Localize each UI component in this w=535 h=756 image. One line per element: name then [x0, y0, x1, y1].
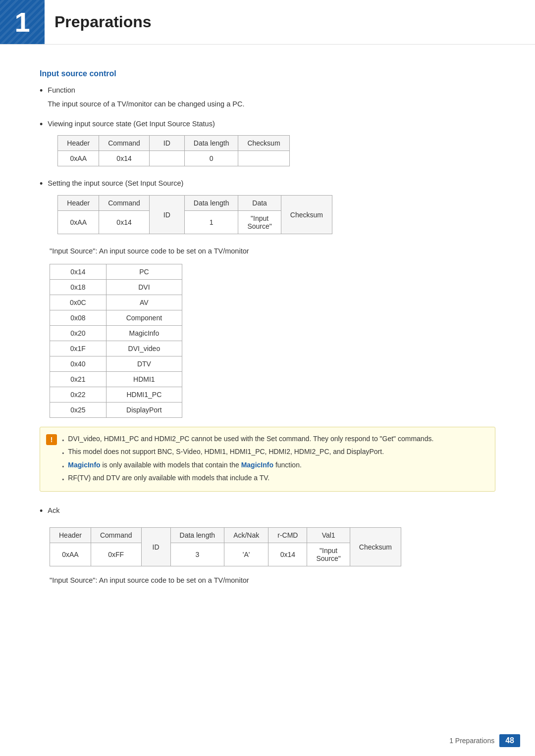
ack-cell-datalen: 3: [170, 543, 224, 566]
source-label: "Input Source": An input source code to …: [50, 246, 495, 257]
notice-text-1: DVI_video, HDMI1_PC and HDMI2_PC cannot …: [68, 433, 433, 445]
source-name-3: AV: [106, 295, 182, 310]
notice-text-4: RF(TV) and DTV are only available with m…: [68, 472, 269, 484]
notice-bullet-1: ▪: [62, 435, 64, 445]
source-code-1: 0x14: [50, 264, 107, 279]
cell-command2: 0x14: [99, 211, 150, 234]
get-table-wrap: Header Command ID Data length Checksum 0…: [57, 135, 289, 166]
bullet-icon-3: •: [40, 179, 43, 189]
chapter-number: 1: [0, 0, 45, 44]
ack-cell-val1: "InputSource": [307, 543, 350, 566]
source-row-2: 0x18 DVI: [50, 279, 182, 295]
bullet-ack: •: [40, 506, 43, 516]
bullet-icon: •: [40, 86, 43, 96]
col-id: ID: [149, 136, 184, 151]
ack-section: • Ack Header Command ID Data length Ack/…: [40, 505, 495, 586]
source-code-6: 0x1F: [50, 341, 107, 356]
source-row-3: 0x0C AV: [50, 295, 182, 310]
source-code-7: 0x40: [50, 356, 107, 371]
cell-header: 0xAA: [58, 151, 99, 166]
source-row-6: 0x1F DVI_video: [50, 341, 182, 356]
source-code-2: 0x18: [50, 279, 107, 295]
cell-datalen2: 1: [184, 211, 238, 234]
source-row-7: 0x40 DTV: [50, 356, 182, 371]
notice-text-2: This model does not support BNC, S-Video…: [68, 446, 384, 458]
source-code-8: 0x21: [50, 371, 107, 387]
col-checksum: Checksum: [238, 136, 289, 151]
col-id2: ID: [149, 196, 184, 234]
footer-page-number: 48: [499, 734, 520, 747]
cell-header2: 0xAA: [58, 211, 99, 234]
ack-table-wrap: Header Command ID Data length Ack/Nak r-…: [50, 527, 495, 566]
source-value-table: 0x14 PC 0x18 DVI 0x0C AV 0x08 Component …: [50, 264, 182, 418]
warning-icon: !: [46, 434, 57, 445]
notice-content: ▪ DVI_video, HDMI1_PC and HDMI2_PC canno…: [62, 433, 433, 486]
notice-box: ! ▪ DVI_video, HDMI1_PC and HDMI2_PC can…: [40, 427, 495, 492]
set-label: Setting the input source (Set Input Sour…: [48, 178, 332, 189]
source-code-3: 0x0C: [50, 295, 107, 310]
notice-item-4: ▪ RF(TV) and DTV are only available with…: [62, 472, 433, 484]
source-row-1: 0x14 PC: [50, 264, 182, 279]
source-name-8: HDMI1: [106, 371, 182, 387]
footer-label: 1 Preparations: [449, 737, 494, 745]
col-header: Header: [58, 136, 99, 151]
notice-bullet-4: ▪: [62, 474, 64, 484]
source-name-5: MagicInfo: [106, 325, 182, 341]
notice-bullet-2: ▪: [62, 448, 64, 458]
get-table: Header Command ID Data length Checksum 0…: [57, 135, 289, 166]
source-name-1: PC: [106, 264, 182, 279]
bullet-icon-2: •: [40, 119, 43, 130]
notice-text-3: MagicInfo is only available with models …: [68, 459, 302, 471]
col-command2: Command: [99, 196, 150, 211]
source-row-5: 0x20 MagicInfo: [50, 325, 182, 341]
ack-col-id: ID: [141, 528, 170, 566]
notice-item-1: ▪ DVI_video, HDMI1_PC and HDMI2_PC canno…: [62, 433, 433, 445]
function-desc: The input source of a TV/monitor can be …: [48, 99, 244, 110]
source-row-10: 0x25 DisplayPort: [50, 402, 182, 417]
set-table: Header Command ID Data length Data Check…: [57, 195, 332, 234]
source-code-4: 0x08: [50, 310, 107, 325]
ack-col-header: Header: [50, 528, 91, 543]
ack-col-command: Command: [91, 528, 141, 543]
col-data2: Data: [238, 196, 281, 211]
function-label: Function: [48, 85, 244, 96]
col-checksum2: Checksum: [281, 196, 332, 234]
source-row-9: 0x22 HDMI1_PC: [50, 387, 182, 402]
ack-col-rcmd: r-CMD: [268, 528, 307, 543]
source-name-2: DVI: [106, 279, 182, 295]
source-code-9: 0x22: [50, 387, 107, 402]
ack-cell-header: 0xAA: [50, 543, 91, 566]
cell-command: 0x14: [99, 151, 150, 166]
notice-item-2: ▪ This model does not support BNC, S-Vid…: [62, 446, 433, 458]
ack-cell-command: 0xFF: [91, 543, 141, 566]
set-table-wrap: Header Command ID Data length Data Check…: [57, 195, 332, 234]
page-footer: 1 Preparations 48: [449, 734, 520, 747]
source-code-10: 0x25: [50, 402, 107, 417]
notice-bullet-3: ▪: [62, 461, 64, 471]
source-name-10: DisplayPort: [106, 402, 182, 417]
section-title: Input source control: [40, 69, 495, 78]
col-datalen2: Data length: [184, 196, 238, 211]
ack-table: Header Command ID Data length Ack/Nak r-…: [50, 527, 401, 566]
notice-item-3: ▪ MagicInfo is only available with model…: [62, 459, 433, 471]
source-name-7: DTV: [106, 356, 182, 371]
col-datalen: Data length: [184, 136, 238, 151]
page-header: 1 Preparations: [0, 0, 535, 45]
col-command: Command: [99, 136, 150, 151]
col-header2: Header: [58, 196, 99, 211]
cell-data2: "InputSource": [238, 211, 281, 234]
source-value-table-wrap: 0x14 PC 0x18 DVI 0x0C AV 0x08 Component …: [50, 264, 495, 418]
ack-cell-acknak: 'A': [224, 543, 268, 566]
source-name-4: Component: [106, 310, 182, 325]
ack-cell-rcmd: 0x14: [268, 543, 307, 566]
ack-col-val1: Val1: [307, 528, 350, 543]
get-label: Viewing input source state (Get Input So…: [48, 119, 289, 130]
source-row-4: 0x08 Component: [50, 310, 182, 325]
chapter-title: Preparations: [45, 0, 152, 44]
ack-sub-text: "Input Source": An input source code to …: [50, 575, 495, 586]
cell-id: [149, 151, 184, 166]
source-name-9: HDMI1_PC: [106, 387, 182, 402]
ack-col-datalen: Data length: [170, 528, 224, 543]
source-row-8: 0x21 HDMI1: [50, 371, 182, 387]
source-name-6: DVI_video: [106, 341, 182, 356]
